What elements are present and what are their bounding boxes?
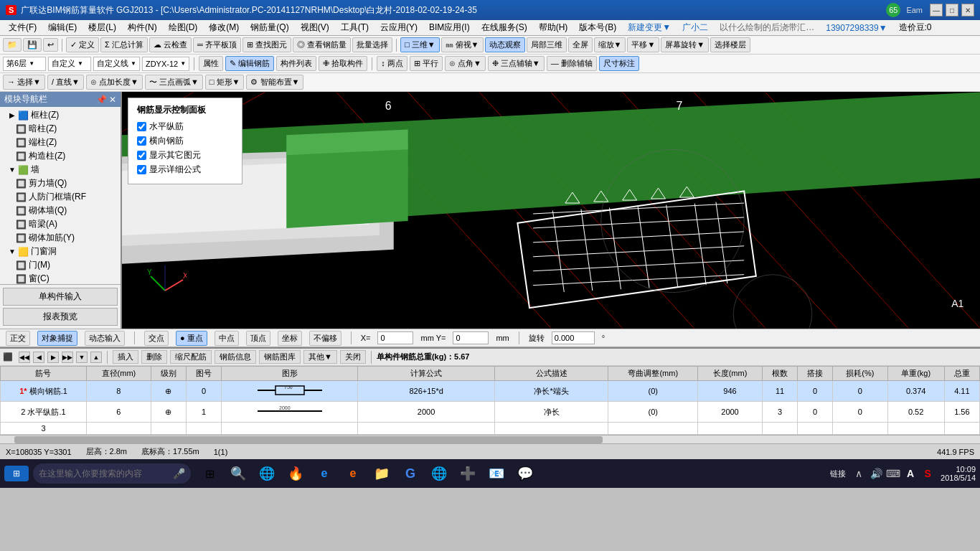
taskbar-icon-search[interactable]: 🔍: [227, 462, 250, 485]
nav-last[interactable]: ▶▶: [62, 352, 73, 363]
batchselect-button[interactable]: 批量选择: [352, 37, 392, 52]
menu-cloud[interactable]: 云应用(Y): [374, 20, 423, 35]
point-length-button[interactable]: ⊙ 点加长度▼: [86, 75, 143, 90]
pan-button[interactable]: 平移▼: [627, 37, 659, 52]
topview-button[interactable]: ㎜ 俯视▼: [441, 37, 484, 52]
viewrebar-button[interactable]: ◎ 查看钢筋量: [293, 37, 351, 52]
report-preview-button[interactable]: 报表预览: [3, 308, 118, 326]
tree-group-doorwin[interactable]: ▼ 🟨 门窗洞: [0, 245, 121, 258]
start-button[interactable]: ⊞: [4, 466, 29, 481]
arc-button[interactable]: 〜 三点画弧▼: [145, 75, 203, 90]
rect-button[interactable]: □ 矩形▼: [205, 75, 245, 90]
single-input-button[interactable]: 单构件输入: [3, 288, 118, 306]
selectfloor-button[interactable]: 选择楼层: [710, 37, 750, 52]
3d-button[interactable]: □ 三维▼: [400, 37, 440, 52]
intersection-button[interactable]: 交点: [144, 331, 169, 346]
insert-button[interactable]: 插入: [113, 350, 138, 364]
pick-element-button[interactable]: ✙ 拾取构件: [319, 56, 367, 71]
taskbar-icon-browser[interactable]: 🌐: [255, 462, 278, 485]
tree-item-endcol[interactable]: 🔲 端柱(Z): [0, 136, 121, 149]
rebar-library-button[interactable]: 钢筋图库: [259, 350, 301, 364]
menu-tools[interactable]: 工具(T): [335, 20, 374, 35]
smart-layout-button[interactable]: ⚙ 智能布置▼: [246, 75, 303, 90]
tray-chevron[interactable]: ∧: [852, 466, 866, 481]
delete-button[interactable]: 删除: [141, 350, 167, 364]
open-button[interactable]: 📁: [3, 38, 22, 52]
midpoint-button[interactable]: 中点: [215, 331, 239, 346]
nav-down[interactable]: ▼: [76, 352, 88, 363]
taskbar-icon-ie1[interactable]: e: [313, 462, 336, 485]
levelfloor-button[interactable]: ═ 齐平板顶: [193, 37, 241, 52]
menu-phone[interactable]: 13907298339▼: [820, 22, 892, 34]
parallel-button[interactable]: ⊞ 平行: [410, 56, 443, 71]
maximize-button[interactable]: □: [946, 4, 958, 17]
coord-button[interactable]: 坐标: [278, 331, 302, 346]
taskbar-icon-g[interactable]: G: [399, 462, 422, 485]
scale-rebar-button[interactable]: 缩尺配筋: [170, 350, 212, 364]
taskbar-icon-plus[interactable]: ➕: [456, 462, 479, 485]
tray-ime[interactable]: ⌨: [886, 466, 900, 481]
menu-modify[interactable]: 修改(M): [203, 20, 245, 35]
menu-bim[interactable]: BIM应用(I): [423, 20, 476, 35]
custom-line-combo[interactable]: 自定义线▼: [93, 57, 140, 71]
local3d-button[interactable]: 局部三维: [527, 37, 567, 52]
menu-postcasting[interactable]: 以什么绘制的后浇带汇…: [714, 20, 820, 35]
menu-version[interactable]: 版本号(B): [573, 20, 622, 35]
menu-draw[interactable]: 绘图(D): [163, 20, 204, 35]
menu-coins[interactable]: 造价豆:0: [893, 20, 938, 35]
check-horizontal[interactable]: [137, 122, 146, 131]
taskbar-icon-chat[interactable]: 💬: [514, 462, 537, 485]
nav-prev[interactable]: ◀: [33, 352, 44, 363]
rebar-info-button[interactable]: 钢筋信息: [215, 350, 256, 364]
calculate-button[interactable]: Σ 汇总计算: [100, 37, 148, 52]
dynamic-input-button[interactable]: 动态输入: [85, 331, 125, 346]
table-row[interactable]: 3: [1, 423, 980, 435]
resize-handle[interactable]: ⬛: [3, 352, 13, 362]
menu-file[interactable]: 文件(F): [3, 20, 42, 35]
h-scrollbar[interactable]: [0, 435, 980, 443]
save-button[interactable]: 💾: [23, 38, 42, 52]
table-row[interactable]: 1* 横向钢筋.1 8 ⊕ 0 756 826+15*d 净长*端头: [1, 381, 980, 402]
dynamicview-button[interactable]: 动态观察: [485, 37, 525, 52]
rotate-input[interactable]: [552, 331, 595, 344]
tray-lang-a[interactable]: A: [903, 466, 918, 481]
taskbar-icon-flame[interactable]: 🔥: [284, 462, 307, 485]
findelem-button[interactable]: ⊞ 查找图元: [242, 37, 291, 52]
rotate-button[interactable]: 屏幕旋转▼: [661, 37, 709, 52]
tree-item-airdefwall[interactable]: 🔲 人防门框墙(RF: [0, 190, 121, 204]
edit-rebar-button[interactable]: ✎ 编辑钢筋: [225, 56, 274, 71]
check-showother[interactable]: [137, 151, 146, 160]
tree-item-darkbeam[interactable]: 🔲 暗梁(A): [0, 217, 121, 231]
del-axis-button[interactable]: — 删除辅轴: [547, 56, 597, 71]
h-scrollbar-thumb[interactable]: [14, 436, 603, 443]
tree-item-door[interactable]: 🔲 门(M): [0, 258, 121, 272]
point-angle-button[interactable]: ⊙ 点角▼: [445, 56, 486, 71]
property-button[interactable]: 属性: [199, 56, 223, 71]
nav-next[interactable]: ▶: [47, 352, 59, 363]
menu-floor[interactable]: 楼层(L): [83, 20, 122, 35]
tree-group-column[interactable]: ▶ 🟦 框柱(Z): [0, 108, 121, 122]
tree-item-shearwall[interactable]: 🔲 剪力墙(Q): [0, 176, 121, 190]
toppoint-button[interactable]: 顶点: [246, 331, 270, 346]
y-input[interactable]: [453, 331, 489, 344]
menu-guangxiao[interactable]: 广小二: [677, 20, 714, 35]
tree-item-structcol[interactable]: 🔲 构造柱(Z): [0, 149, 121, 163]
two-point-button[interactable]: ↕ 两点: [377, 56, 407, 71]
zoom-button[interactable]: 缩放▼: [594, 37, 626, 52]
check-showformula[interactable]: [137, 165, 146, 174]
menu-rebar[interactable]: 钢筋量(Q): [245, 20, 294, 35]
three-point-axis-button[interactable]: ❉ 三点辅轴▼: [488, 56, 545, 71]
check-transverse[interactable]: [137, 136, 146, 146]
taskbar-icon-taskview[interactable]: ⊞: [198, 462, 221, 485]
taskbar-icon-globe[interactable]: 🌐: [428, 462, 451, 485]
type-combo[interactable]: 自定义▼: [48, 57, 91, 71]
checkbox-transverse[interactable]: 横向钢筋: [137, 135, 233, 147]
menu-newchange[interactable]: 新建变更▼: [622, 20, 677, 35]
fullscreen-button[interactable]: 全屏: [568, 37, 593, 52]
line-button[interactable]: / 直线▼: [47, 75, 84, 90]
orthogonal-button[interactable]: 正交: [6, 331, 30, 346]
checkbox-hrizontal[interactable]: 水平纵筋: [137, 121, 233, 133]
menu-edit[interactable]: 编辑(E): [42, 20, 83, 35]
win-controls[interactable]: — □ ✕: [930, 4, 974, 17]
cloudcheck-button[interactable]: ☁ 云检查: [149, 37, 192, 52]
